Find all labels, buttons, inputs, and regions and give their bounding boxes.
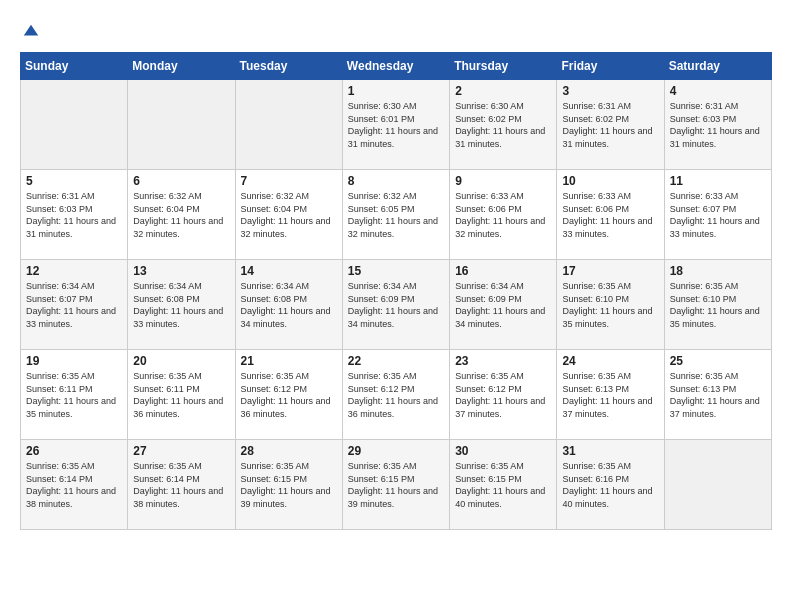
day-number: 23: [455, 354, 551, 368]
day-of-week-header: Sunday: [21, 53, 128, 80]
day-number: 15: [348, 264, 444, 278]
day-info: Sunrise: 6:34 AMSunset: 6:08 PMDaylight:…: [241, 280, 337, 330]
day-info: Sunrise: 6:32 AMSunset: 6:04 PMDaylight:…: [241, 190, 337, 240]
calendar-week-row: 12Sunrise: 6:34 AMSunset: 6:07 PMDayligh…: [21, 260, 772, 350]
calendar-day-cell: 23Sunrise: 6:35 AMSunset: 6:12 PMDayligh…: [450, 350, 557, 440]
day-info: Sunrise: 6:35 AMSunset: 6:12 PMDaylight:…: [241, 370, 337, 420]
day-info: Sunrise: 6:35 AMSunset: 6:13 PMDaylight:…: [670, 370, 766, 420]
calendar-day-cell: 31Sunrise: 6:35 AMSunset: 6:16 PMDayligh…: [557, 440, 664, 530]
day-info: Sunrise: 6:32 AMSunset: 6:05 PMDaylight:…: [348, 190, 444, 240]
day-info: Sunrise: 6:31 AMSunset: 6:03 PMDaylight:…: [26, 190, 122, 240]
calendar-day-cell: 21Sunrise: 6:35 AMSunset: 6:12 PMDayligh…: [235, 350, 342, 440]
day-number: 14: [241, 264, 337, 278]
day-info: Sunrise: 6:35 AMSunset: 6:10 PMDaylight:…: [562, 280, 658, 330]
day-number: 20: [133, 354, 229, 368]
calendar-day-cell: 9Sunrise: 6:33 AMSunset: 6:06 PMDaylight…: [450, 170, 557, 260]
days-of-week-row: SundayMondayTuesdayWednesdayThursdayFrid…: [21, 53, 772, 80]
day-info: Sunrise: 6:34 AMSunset: 6:09 PMDaylight:…: [455, 280, 551, 330]
day-info: Sunrise: 6:33 AMSunset: 6:06 PMDaylight:…: [455, 190, 551, 240]
calendar-day-cell: 22Sunrise: 6:35 AMSunset: 6:12 PMDayligh…: [342, 350, 449, 440]
day-number: 10: [562, 174, 658, 188]
calendar-day-cell: 7Sunrise: 6:32 AMSunset: 6:04 PMDaylight…: [235, 170, 342, 260]
day-number: 28: [241, 444, 337, 458]
day-of-week-header: Wednesday: [342, 53, 449, 80]
calendar-day-cell: 10Sunrise: 6:33 AMSunset: 6:06 PMDayligh…: [557, 170, 664, 260]
logo-icon: [22, 23, 40, 41]
calendar-day-cell: 13Sunrise: 6:34 AMSunset: 6:08 PMDayligh…: [128, 260, 235, 350]
calendar-day-cell: 2Sunrise: 6:30 AMSunset: 6:02 PMDaylight…: [450, 80, 557, 170]
calendar-day-cell: 3Sunrise: 6:31 AMSunset: 6:02 PMDaylight…: [557, 80, 664, 170]
calendar-day-cell: 17Sunrise: 6:35 AMSunset: 6:10 PMDayligh…: [557, 260, 664, 350]
day-info: Sunrise: 6:35 AMSunset: 6:15 PMDaylight:…: [241, 460, 337, 510]
calendar-day-cell: 16Sunrise: 6:34 AMSunset: 6:09 PMDayligh…: [450, 260, 557, 350]
logo: [20, 20, 40, 42]
day-number: 4: [670, 84, 766, 98]
day-info: Sunrise: 6:30 AMSunset: 6:01 PMDaylight:…: [348, 100, 444, 150]
calendar-day-cell: 11Sunrise: 6:33 AMSunset: 6:07 PMDayligh…: [664, 170, 771, 260]
calendar-day-cell: 15Sunrise: 6:34 AMSunset: 6:09 PMDayligh…: [342, 260, 449, 350]
day-number: 31: [562, 444, 658, 458]
day-number: 8: [348, 174, 444, 188]
day-info: Sunrise: 6:35 AMSunset: 6:12 PMDaylight:…: [348, 370, 444, 420]
day-number: 25: [670, 354, 766, 368]
day-of-week-header: Tuesday: [235, 53, 342, 80]
day-info: Sunrise: 6:35 AMSunset: 6:12 PMDaylight:…: [455, 370, 551, 420]
calendar-week-row: 26Sunrise: 6:35 AMSunset: 6:14 PMDayligh…: [21, 440, 772, 530]
calendar-header: SundayMondayTuesdayWednesdayThursdayFrid…: [21, 53, 772, 80]
day-info: Sunrise: 6:30 AMSunset: 6:02 PMDaylight:…: [455, 100, 551, 150]
calendar-day-cell: 30Sunrise: 6:35 AMSunset: 6:15 PMDayligh…: [450, 440, 557, 530]
calendar-day-cell: [21, 80, 128, 170]
calendar-day-cell: 8Sunrise: 6:32 AMSunset: 6:05 PMDaylight…: [342, 170, 449, 260]
day-number: 1: [348, 84, 444, 98]
day-number: 12: [26, 264, 122, 278]
calendar-table: SundayMondayTuesdayWednesdayThursdayFrid…: [20, 52, 772, 530]
day-number: 22: [348, 354, 444, 368]
day-of-week-header: Saturday: [664, 53, 771, 80]
calendar-day-cell: 12Sunrise: 6:34 AMSunset: 6:07 PMDayligh…: [21, 260, 128, 350]
day-number: 11: [670, 174, 766, 188]
day-info: Sunrise: 6:32 AMSunset: 6:04 PMDaylight:…: [133, 190, 229, 240]
day-info: Sunrise: 6:35 AMSunset: 6:16 PMDaylight:…: [562, 460, 658, 510]
day-number: 7: [241, 174, 337, 188]
calendar-week-row: 5Sunrise: 6:31 AMSunset: 6:03 PMDaylight…: [21, 170, 772, 260]
calendar-day-cell: 26Sunrise: 6:35 AMSunset: 6:14 PMDayligh…: [21, 440, 128, 530]
day-number: 18: [670, 264, 766, 278]
calendar-day-cell: 14Sunrise: 6:34 AMSunset: 6:08 PMDayligh…: [235, 260, 342, 350]
day-info: Sunrise: 6:34 AMSunset: 6:07 PMDaylight:…: [26, 280, 122, 330]
day-number: 30: [455, 444, 551, 458]
day-number: 9: [455, 174, 551, 188]
day-number: 26: [26, 444, 122, 458]
day-number: 29: [348, 444, 444, 458]
calendar-week-row: 1Sunrise: 6:30 AMSunset: 6:01 PMDaylight…: [21, 80, 772, 170]
calendar-day-cell: 19Sunrise: 6:35 AMSunset: 6:11 PMDayligh…: [21, 350, 128, 440]
calendar-day-cell: 6Sunrise: 6:32 AMSunset: 6:04 PMDaylight…: [128, 170, 235, 260]
day-of-week-header: Friday: [557, 53, 664, 80]
day-number: 13: [133, 264, 229, 278]
calendar-day-cell: [664, 440, 771, 530]
day-number: 19: [26, 354, 122, 368]
day-of-week-header: Thursday: [450, 53, 557, 80]
calendar-day-cell: 4Sunrise: 6:31 AMSunset: 6:03 PMDaylight…: [664, 80, 771, 170]
calendar-day-cell: 25Sunrise: 6:35 AMSunset: 6:13 PMDayligh…: [664, 350, 771, 440]
svg-marker-0: [24, 25, 38, 36]
calendar-day-cell: 5Sunrise: 6:31 AMSunset: 6:03 PMDaylight…: [21, 170, 128, 260]
calendar-day-cell: 18Sunrise: 6:35 AMSunset: 6:10 PMDayligh…: [664, 260, 771, 350]
day-number: 17: [562, 264, 658, 278]
day-number: 16: [455, 264, 551, 278]
calendar-day-cell: 20Sunrise: 6:35 AMSunset: 6:11 PMDayligh…: [128, 350, 235, 440]
day-info: Sunrise: 6:35 AMSunset: 6:10 PMDaylight:…: [670, 280, 766, 330]
day-number: 21: [241, 354, 337, 368]
day-number: 3: [562, 84, 658, 98]
day-info: Sunrise: 6:35 AMSunset: 6:13 PMDaylight:…: [562, 370, 658, 420]
calendar-day-cell: [235, 80, 342, 170]
calendar-week-row: 19Sunrise: 6:35 AMSunset: 6:11 PMDayligh…: [21, 350, 772, 440]
day-of-week-header: Monday: [128, 53, 235, 80]
page-header: [20, 20, 772, 42]
day-number: 5: [26, 174, 122, 188]
day-info: Sunrise: 6:31 AMSunset: 6:02 PMDaylight:…: [562, 100, 658, 150]
calendar-day-cell: 27Sunrise: 6:35 AMSunset: 6:14 PMDayligh…: [128, 440, 235, 530]
day-info: Sunrise: 6:35 AMSunset: 6:15 PMDaylight:…: [455, 460, 551, 510]
day-number: 24: [562, 354, 658, 368]
day-number: 2: [455, 84, 551, 98]
day-info: Sunrise: 6:35 AMSunset: 6:15 PMDaylight:…: [348, 460, 444, 510]
